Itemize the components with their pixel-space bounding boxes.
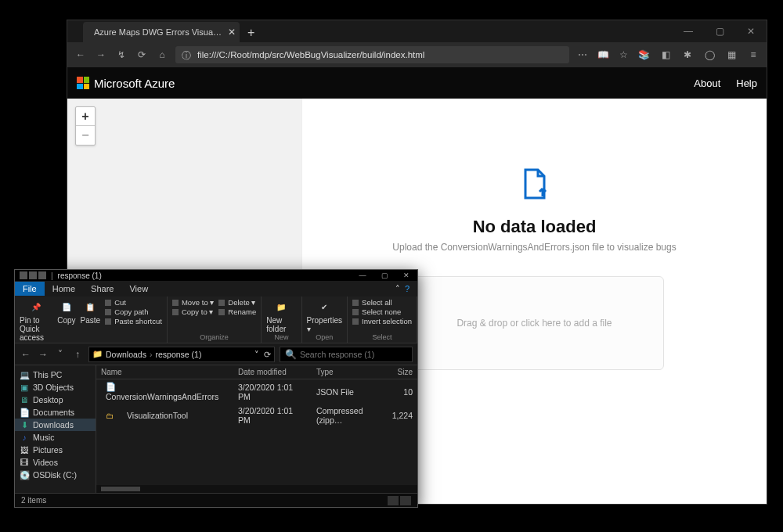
nav-downloads[interactable]: ⬇Downloads [15, 419, 96, 431]
bookmark-star-icon[interactable]: ☆ [616, 48, 630, 62]
site-info-icon[interactable]: ⓘ [182, 49, 193, 60]
path-dropdown-icon[interactable]: ˅ [254, 350, 259, 359]
library-icon[interactable]: 📚 [637, 48, 651, 62]
home-button[interactable]: ⌂ [155, 48, 169, 62]
nav-documents[interactable]: 📄Documents [15, 406, 96, 419]
grid-icon[interactable]: ▦ [724, 48, 738, 62]
cut-button[interactable]: Cut [105, 298, 162, 307]
ribbon-collapse[interactable]: ˄ ? [388, 282, 417, 297]
col-type[interactable]: Type [312, 365, 386, 379]
pocket-icon[interactable]: ◧ [659, 48, 673, 62]
nav-osdisk[interactable]: 💽OSDisk (C:) [15, 469, 96, 481]
menu-icon[interactable]: ≡ [746, 48, 760, 62]
account-icon[interactable]: ◯ [702, 48, 716, 62]
maximize-button[interactable]: ▢ [704, 20, 735, 42]
nav-3d-objects[interactable]: ▣3D Objects [15, 381, 96, 394]
folder-icon: 📁 [92, 349, 103, 359]
help-icon[interactable]: ? [405, 284, 410, 293]
tab-title: Azure Maps DWG Errors Visua… [94, 27, 222, 37]
col-name[interactable]: Name [96, 365, 233, 379]
zoom-out-button[interactable]: − [76, 126, 95, 145]
new-tab-button[interactable]: + [247, 26, 254, 40]
nav-back[interactable]: ← [20, 348, 32, 361]
col-date[interactable]: Date modified [233, 365, 312, 379]
reload-button[interactable]: ⟳ [135, 48, 149, 62]
pin-quick-access-button[interactable]: 📌Pin to Quick access [20, 298, 52, 342]
settings-icon[interactable]: ✱ [680, 48, 695, 62]
browser-tab[interactable]: Azure Maps DWG Errors Visua… ✕ [83, 22, 240, 42]
nav-tree[interactable]: 💻This PC ▣3D Objects 🖥Desktop 📄Documents… [15, 365, 96, 493]
explorer-body: 💻This PC ▣3D Objects 🖥Desktop 📄Documents… [15, 365, 417, 493]
window-controls: — ▢ ✕ [673, 20, 767, 42]
brand-text: Microsoft Azure [94, 77, 175, 90]
search-input[interactable] [300, 350, 407, 359]
path-box[interactable]: 📁 Downloads › response (1) ˅ ⟳ [88, 347, 275, 362]
nav-recent[interactable]: ˅ [54, 348, 67, 361]
select-all-button[interactable]: Select all [352, 298, 412, 307]
moveto-button[interactable]: Move to ▾ [172, 298, 214, 307]
help-link[interactable]: Help [736, 77, 757, 89]
dropzone[interactable]: Drag & drop or click here to add a file [406, 276, 664, 370]
paste-button[interactable]: 📋Paste [81, 298, 101, 325]
view-large-icon[interactable] [400, 496, 411, 505]
nav-up[interactable]: ↑ [71, 348, 84, 361]
invert-selection-button[interactable]: Invert selection [352, 317, 412, 325]
url-input[interactable] [197, 50, 563, 59]
nav-desktop[interactable]: 🖥Desktop [15, 394, 96, 406]
paste-shortcut-button[interactable]: Paste shortcut [105, 317, 162, 325]
page-actions-icon[interactable]: ⋯ [576, 48, 590, 62]
path-root[interactable]: Downloads [106, 350, 146, 359]
column-headers[interactable]: Name Date modified Type Size [96, 365, 417, 379]
status-text: 2 items [21, 496, 46, 505]
copyto-button[interactable]: Copy to ▾ [172, 307, 214, 316]
ribbon-tabs: File Home Share View ˄ ? [15, 281, 417, 297]
file-list: Name Date modified Type Size 📄Conversion… [96, 365, 417, 493]
rename-button[interactable]: Rename [218, 307, 256, 316]
path-refresh-icon[interactable]: ⟳ [264, 350, 271, 359]
dev-button[interactable]: ↯ [114, 48, 128, 62]
brand[interactable]: Microsoft Azure [77, 77, 175, 90]
nav-videos[interactable]: 🎞Videos [15, 456, 96, 469]
view-details-icon[interactable] [388, 496, 399, 505]
tab-view[interactable]: View [121, 282, 156, 296]
zoom-in-button[interactable]: + [76, 107, 95, 126]
copy-button[interactable]: 📄Copy [57, 298, 75, 325]
search-box[interactable]: 🔍 [280, 347, 413, 362]
nav-pictures[interactable]: 🖼Pictures [15, 444, 96, 456]
nav-forward[interactable]: → [37, 348, 49, 361]
about-link[interactable]: About [694, 77, 720, 89]
col-size[interactable]: Size [386, 365, 417, 379]
header-links: About Help [694, 77, 757, 89]
group-new-label: New [266, 333, 296, 341]
explorer-close-button[interactable]: ✕ [395, 270, 417, 281]
path-current[interactable]: response (1) [155, 350, 201, 359]
file-row[interactable]: 🗀VisualizationTool 3/20/2020 1:01 PM Com… [96, 404, 417, 427]
file-row[interactable]: 📄ConversionWarningsAndErrors 3/20/2020 1… [96, 379, 417, 404]
h-scrollbar[interactable] [96, 485, 417, 493]
select-none-button[interactable]: Select none [352, 307, 412, 316]
explorer-max-button[interactable]: ▢ [373, 270, 395, 281]
tab-strip: Azure Maps DWG Errors Visua… ✕ + [67, 20, 767, 42]
close-button[interactable]: ✕ [735, 20, 767, 42]
url-box[interactable]: ⓘ [175, 46, 569, 63]
delete-button[interactable]: Delete ▾ [218, 298, 256, 307]
new-folder-button[interactable]: 📁New folder [266, 298, 296, 333]
tab-home[interactable]: Home [45, 282, 83, 296]
reader-icon[interactable]: 📖 [596, 48, 610, 62]
nav-this-pc[interactable]: 💻This PC [15, 368, 96, 381]
forward-button[interactable]: → [94, 48, 108, 62]
tab-share[interactable]: Share [83, 282, 121, 296]
no-data-title: No data loaded [473, 217, 597, 237]
tab-file[interactable]: File [15, 282, 45, 296]
back-button[interactable]: ← [74, 48, 88, 62]
properties-button[interactable]: ✔Properties ▾ [307, 298, 343, 333]
explorer-titlebar[interactable]: | response (1) — ▢ ✕ [15, 270, 417, 281]
minimize-button[interactable]: — [673, 20, 704, 42]
no-data-subtitle: Upload the ConversionWarningsAndErrors.j… [392, 242, 676, 253]
tab-close-icon[interactable]: ✕ [228, 27, 236, 38]
copy-path-button[interactable]: Copy path [105, 307, 162, 316]
zoom-control: + − [75, 106, 96, 146]
nav-music[interactable]: ♪Music [15, 431, 96, 444]
explorer-window-controls: — ▢ ✕ [352, 270, 417, 281]
explorer-min-button[interactable]: — [352, 270, 373, 281]
